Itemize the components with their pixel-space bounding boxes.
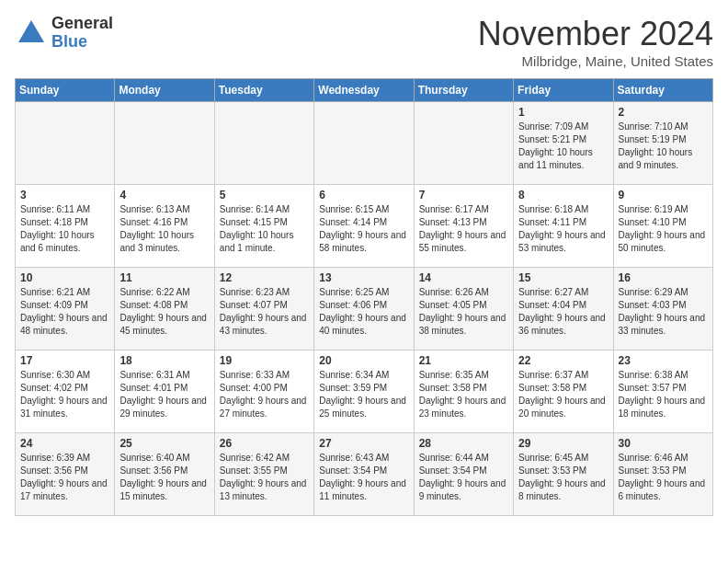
calendar-cell: 11Sunrise: 6:22 AMSunset: 4:08 PMDayligh… [115,268,214,350]
calendar-week-row: 3Sunrise: 6:11 AMSunset: 4:18 PMDaylight… [16,185,713,268]
day-info: Sunrise: 6:25 AMSunset: 4:06 PMDaylight:… [319,286,408,338]
calendar-cell: 2Sunrise: 7:10 AMSunset: 5:19 PMDaylight… [613,102,712,185]
day-number: 3 [20,189,109,201]
day-number: 20 [319,354,408,367]
day-number: 13 [319,271,408,284]
logo-text: General Blue [51,15,113,52]
calendar-cell: 22Sunrise: 6:37 AMSunset: 3:58 PMDayligh… [514,350,613,433]
day-info: Sunrise: 6:23 AMSunset: 4:07 PMDaylight:… [220,286,309,338]
day-info: Sunrise: 6:21 AMSunset: 4:09 PMDaylight:… [20,286,109,338]
day-number: 18 [119,354,209,367]
calendar-cell: 28Sunrise: 6:44 AMSunset: 3:54 PMDayligh… [414,433,513,516]
day-number: 21 [419,354,508,367]
calendar-week-row: 10Sunrise: 6:21 AMSunset: 4:09 PMDayligh… [16,268,713,350]
day-number: 5 [220,189,309,201]
day-info: Sunrise: 6:38 AMSunset: 3:57 PMDaylight:… [619,369,708,420]
logo-icon [15,17,48,50]
calendar-cell: 10Sunrise: 6:21 AMSunset: 4:09 PMDayligh… [16,268,115,350]
weekday-header-thursday: Thursday [414,79,513,102]
day-info: Sunrise: 6:27 AMSunset: 4:04 PMDaylight:… [518,286,608,338]
day-number: 2 [619,106,708,119]
calendar-cell: 8Sunrise: 6:18 AMSunset: 4:11 PMDaylight… [514,185,613,268]
day-info: Sunrise: 6:14 AMSunset: 4:15 PMDaylight:… [220,203,309,255]
calendar-cell [214,102,313,185]
calendar-cell: 27Sunrise: 6:43 AMSunset: 3:54 PMDayligh… [314,433,414,516]
calendar-cell: 20Sunrise: 6:34 AMSunset: 3:59 PMDayligh… [314,350,414,433]
logo: General Blue [15,15,113,52]
calendar-week-row: 17Sunrise: 6:30 AMSunset: 4:02 PMDayligh… [16,350,713,433]
calendar-cell: 23Sunrise: 6:38 AMSunset: 3:57 PMDayligh… [613,350,712,433]
day-info: Sunrise: 7:10 AMSunset: 5:19 PMDaylight:… [619,121,708,172]
page-header: General Blue November 2024 Milbridge, Ma… [15,15,713,69]
weekday-header-sunday: Sunday [16,79,115,102]
day-number: 11 [119,271,209,284]
calendar-cell [115,102,214,185]
day-info: Sunrise: 6:11 AMSunset: 4:18 PMDaylight:… [20,203,109,255]
day-number: 26 [220,437,309,450]
day-number: 15 [518,271,608,284]
calendar-cell: 25Sunrise: 6:40 AMSunset: 3:56 PMDayligh… [115,433,214,516]
calendar-table: SundayMondayTuesdayWednesdayThursdayFrid… [15,78,713,516]
calendar-cell: 6Sunrise: 6:15 AMSunset: 4:14 PMDaylight… [314,185,414,268]
day-number: 7 [419,189,508,201]
title-block: November 2024 Milbridge, Maine, United S… [478,15,713,69]
calendar-cell: 24Sunrise: 6:39 AMSunset: 3:56 PMDayligh… [16,433,115,516]
calendar-cell: 29Sunrise: 6:45 AMSunset: 3:53 PMDayligh… [514,433,613,516]
day-number: 10 [20,271,109,284]
location-text: Milbridge, Maine, United States [478,53,713,69]
day-info: Sunrise: 6:43 AMSunset: 3:54 PMDaylight:… [319,452,408,503]
day-info: Sunrise: 6:39 AMSunset: 3:56 PMDaylight:… [20,452,109,503]
calendar-cell: 18Sunrise: 6:31 AMSunset: 4:01 PMDayligh… [115,350,214,433]
day-number: 8 [518,189,608,201]
day-info: Sunrise: 6:44 AMSunset: 3:54 PMDaylight:… [419,452,508,503]
day-number: 23 [619,354,708,367]
day-number: 22 [518,354,608,367]
calendar-cell: 14Sunrise: 6:26 AMSunset: 4:05 PMDayligh… [414,268,513,350]
weekday-header-tuesday: Tuesday [214,79,313,102]
weekday-header-row: SundayMondayTuesdayWednesdayThursdayFrid… [16,79,713,102]
day-number: 27 [319,437,408,450]
day-info: Sunrise: 6:33 AMSunset: 4:00 PMDaylight:… [220,369,309,420]
day-number: 25 [119,437,209,450]
day-info: Sunrise: 6:46 AMSunset: 3:53 PMDaylight:… [619,452,708,503]
calendar-cell: 26Sunrise: 6:42 AMSunset: 3:55 PMDayligh… [214,433,313,516]
calendar-cell: 3Sunrise: 6:11 AMSunset: 4:18 PMDaylight… [16,185,115,268]
day-number: 16 [619,271,708,284]
calendar-week-row: 24Sunrise: 6:39 AMSunset: 3:56 PMDayligh… [16,433,713,516]
day-number: 12 [220,271,309,284]
weekday-header-monday: Monday [115,79,214,102]
logo-general-text: General [51,15,113,33]
calendar-cell: 4Sunrise: 6:13 AMSunset: 4:16 PMDaylight… [115,185,214,268]
day-info: Sunrise: 6:40 AMSunset: 3:56 PMDaylight:… [119,452,209,503]
calendar-week-row: 1Sunrise: 7:09 AMSunset: 5:21 PMDaylight… [16,102,713,185]
day-number: 29 [518,437,608,450]
day-info: Sunrise: 6:45 AMSunset: 3:53 PMDaylight:… [518,452,608,503]
day-number: 28 [419,437,508,450]
calendar-cell: 15Sunrise: 6:27 AMSunset: 4:04 PMDayligh… [514,268,613,350]
day-info: Sunrise: 6:29 AMSunset: 4:03 PMDaylight:… [619,286,708,338]
day-info: Sunrise: 7:09 AMSunset: 5:21 PMDaylight:… [518,121,608,172]
calendar-cell: 9Sunrise: 6:19 AMSunset: 4:10 PMDaylight… [613,185,712,268]
calendar-cell [414,102,513,185]
day-number: 30 [619,437,708,450]
day-info: Sunrise: 6:17 AMSunset: 4:13 PMDaylight:… [419,203,508,255]
weekday-header-wednesday: Wednesday [314,79,414,102]
day-number: 6 [319,189,408,201]
day-info: Sunrise: 6:37 AMSunset: 3:58 PMDaylight:… [518,369,608,420]
day-info: Sunrise: 6:26 AMSunset: 4:05 PMDaylight:… [419,286,508,338]
day-number: 14 [419,271,508,284]
day-info: Sunrise: 6:15 AMSunset: 4:14 PMDaylight:… [319,203,408,255]
calendar-cell [314,102,414,185]
calendar-cell: 19Sunrise: 6:33 AMSunset: 4:00 PMDayligh… [214,350,313,433]
calendar-cell: 12Sunrise: 6:23 AMSunset: 4:07 PMDayligh… [214,268,313,350]
day-info: Sunrise: 6:31 AMSunset: 4:01 PMDaylight:… [119,369,209,420]
day-number: 1 [518,106,608,119]
weekday-header-saturday: Saturday [613,79,712,102]
day-info: Sunrise: 6:19 AMSunset: 4:10 PMDaylight:… [619,203,708,255]
calendar-cell: 21Sunrise: 6:35 AMSunset: 3:58 PMDayligh… [414,350,513,433]
day-number: 17 [20,354,109,367]
day-info: Sunrise: 6:18 AMSunset: 4:11 PMDaylight:… [518,203,608,255]
month-title: November 2024 [478,15,713,53]
day-info: Sunrise: 6:34 AMSunset: 3:59 PMDaylight:… [319,369,408,420]
logo-blue-text: Blue [51,33,113,52]
